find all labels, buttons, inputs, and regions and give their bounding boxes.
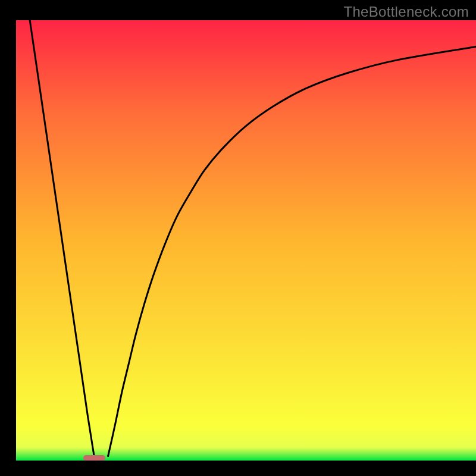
chart-frame: TheBottleneck.com [0,0,476,476]
bottleneck-marker [83,455,105,461]
watermark-text: TheBottleneck.com [343,4,469,20]
bottleneck-chart [0,0,476,476]
